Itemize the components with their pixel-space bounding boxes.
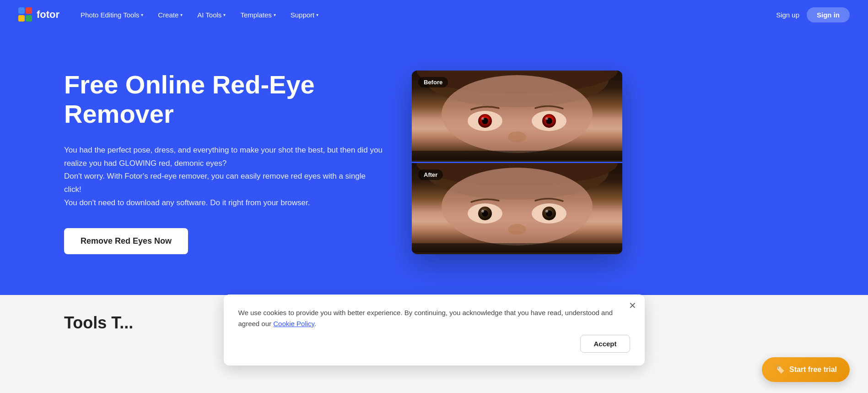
svg-point-11	[545, 117, 548, 120]
logo-link[interactable]: fotor	[18, 7, 59, 22]
chevron-down-icon: ▾	[180, 12, 183, 17]
after-image-svg	[412, 163, 622, 252]
hero-content: Free Online Red-Eye Remover You had the …	[64, 70, 384, 254]
cookie-text: We use cookies to provide you with bette…	[238, 307, 630, 329]
before-after-image: Before	[412, 71, 622, 254]
nav-auth: Sign up Sign in	[776, 7, 850, 22]
hero-title: Free Online Red-Eye Remover	[64, 70, 384, 129]
cookie-policy-link[interactable]: Cookie Policy	[273, 320, 314, 328]
after-label: After	[418, 169, 443, 180]
trial-label: Start free trial	[789, 366, 837, 374]
start-trial-button[interactable]: 🏷️ Start free trial	[762, 357, 850, 382]
logo-text: fotor	[37, 9, 59, 21]
svg-point-7	[481, 117, 484, 120]
svg-point-12	[508, 131, 526, 142]
nav-item-support[interactable]: Support ▾	[284, 7, 325, 22]
svg-point-25	[545, 210, 548, 213]
cookie-accept-button[interactable]: Accept	[580, 335, 630, 353]
signup-link[interactable]: Sign up	[776, 11, 799, 19]
trial-icon: 🏷️	[775, 365, 785, 375]
cookie-close-button[interactable]: ✕	[629, 301, 636, 310]
nav-links: Photo Editing Tools ▾ Create ▾ AI Tools …	[74, 7, 776, 22]
nav-item-templates[interactable]: Templates ▾	[234, 7, 282, 22]
svg-point-21	[481, 210, 484, 213]
after-panel: After	[412, 163, 622, 254]
svg-rect-27	[412, 243, 622, 252]
before-label: Before	[418, 77, 448, 87]
cookie-banner: ✕ We use cookies to provide you with bet…	[224, 295, 645, 366]
nav-item-create[interactable]: Create ▾	[151, 7, 189, 22]
signin-button[interactable]: Sign in	[807, 7, 850, 22]
nav-item-photo-editing[interactable]: Photo Editing Tools ▾	[74, 7, 150, 22]
svg-point-26	[508, 224, 526, 235]
svg-rect-13	[412, 151, 622, 160]
before-panel: Before	[412, 71, 622, 162]
hero-section: Free Online Red-Eye Remover You had the …	[0, 29, 868, 295]
navbar: fotor Photo Editing Tools ▾ Create ▾ AI …	[0, 0, 868, 29]
logo-icon	[18, 7, 33, 22]
remove-red-eyes-button[interactable]: Remove Red Eyes Now	[64, 228, 188, 254]
nav-item-ai-tools[interactable]: AI Tools ▾	[191, 7, 232, 22]
chevron-down-icon: ▾	[274, 12, 276, 17]
hero-description: You had the perfect pose, dress, and eve…	[64, 144, 384, 210]
chevron-down-icon: ▾	[223, 12, 226, 17]
chevron-down-icon: ▾	[141, 12, 143, 17]
chevron-down-icon: ▾	[316, 12, 318, 17]
